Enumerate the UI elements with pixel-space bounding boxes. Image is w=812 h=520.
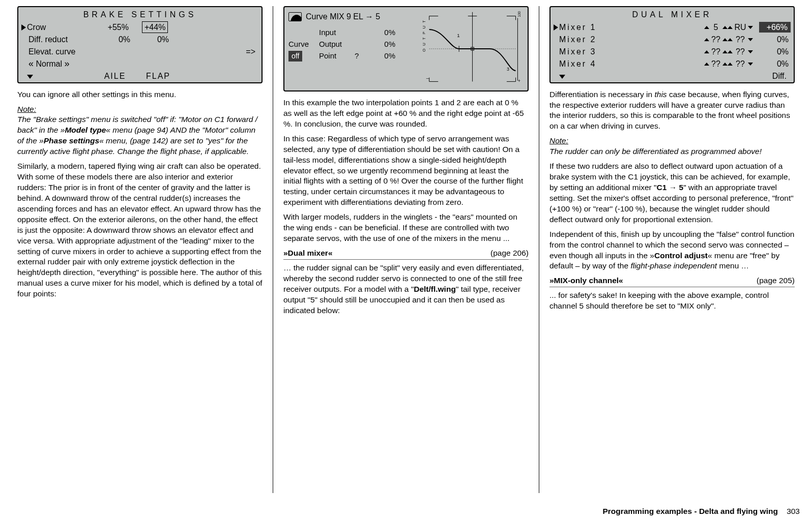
mix-only-link-page: (page 205) xyxy=(757,276,795,286)
triangle-up-icon xyxy=(722,50,728,53)
c1-p2: Similarly, a modern, tapered flying wing… xyxy=(17,161,263,299)
dual-row: Mixer 15RU+66% xyxy=(550,21,794,34)
dual-mid2: ?? xyxy=(733,34,748,45)
curve-left-panel: Curve MIX 9 EL → 5 Input 0% Curve Output… xyxy=(284,7,418,90)
curve-off-badge[interactable]: off xyxy=(288,51,302,62)
page-columns: BRAKE SETTINGS Crow +55% +44% Diff. redu… xyxy=(0,0,812,493)
dual-row: Mixer 4????0% xyxy=(550,58,794,70)
curve-mix-lcd: Curve MIX 9 EL → 5 Input 0% Curve Output… xyxy=(283,6,529,91)
curve-title: Curve MIX 9 EL → 5 xyxy=(306,11,380,22)
caret-icon xyxy=(554,24,558,30)
dual-mid2: ?? xyxy=(733,58,748,70)
triangle-up-icon xyxy=(728,26,733,29)
dual-mixer-lcd: DUAL MIXER Mixer 15RU+66%Mixer 2????0%Mi… xyxy=(549,6,795,83)
dual-mid: 5 xyxy=(709,22,722,33)
dual-val[interactable]: +66% xyxy=(759,22,791,33)
triangle-up-icon xyxy=(722,38,728,41)
dual-mid2: ?? xyxy=(733,46,748,57)
svg-text:1: 1 xyxy=(457,33,459,38)
column-1: BRAKE SETTINGS Crow +55% +44% Diff. redu… xyxy=(10,6,270,493)
triangle-down-icon xyxy=(748,50,753,53)
note-body: The "Brake settings" menu is switched "o… xyxy=(17,115,257,156)
c2-p4: … the rudder signal can be "split" very … xyxy=(283,263,529,316)
caret-icon xyxy=(21,24,26,30)
footer-page: 303 xyxy=(787,507,800,515)
triangle-down-icon[interactable] xyxy=(27,75,33,79)
dual-name: Mixer 2 xyxy=(559,34,625,45)
dual-val: 0% xyxy=(759,58,791,70)
triangle-up-icon xyxy=(704,50,709,53)
dual-name: Mixer 1 xyxy=(559,22,625,33)
svg-text:–: – xyxy=(426,75,429,81)
curve-point-q: ? xyxy=(355,51,370,62)
dual-row: Mixer 2????0% xyxy=(550,34,794,46)
brake-row-elev: Elevat. curve xyxy=(18,46,262,58)
dual-mid: ?? xyxy=(709,46,722,57)
curve-graph-svg: 100 – + O U T P U T xyxy=(418,7,528,90)
dual-rows: Mixer 15RU+66%Mixer 2????0%Mixer 3????0%… xyxy=(550,21,794,70)
curve-curve-lbl: Curve xyxy=(288,39,319,49)
column-separator-2 xyxy=(539,6,539,493)
svg-text:3: 3 xyxy=(507,67,509,72)
svg-text:O U T P U T: O U T P U T xyxy=(422,19,426,52)
triangle-up-icon xyxy=(722,63,728,66)
column-2: Curve MIX 9 EL → 5 Input 0% Curve Output… xyxy=(276,6,536,493)
brake-diff-v1: 0% xyxy=(90,34,130,45)
brake-diff-v2: 0% xyxy=(143,34,169,45)
brake-row-diff: Diff. reduct 0% 0% xyxy=(18,34,262,46)
curve-output-lbl: Output xyxy=(319,39,355,49)
dual-footer-diff: Diff. xyxy=(772,71,791,82)
triangle-down-icon xyxy=(748,26,753,29)
svg-text:100: 100 xyxy=(517,11,521,17)
curve-output-v: 0% xyxy=(370,39,395,49)
curve-header: Curve MIX 9 EL → 5 xyxy=(287,10,415,27)
c2-p2: In this case: Regardless of which type o… xyxy=(283,134,529,208)
note-body: The rudder can only be differentiated as… xyxy=(549,147,762,156)
c3-p4: ... for safety's sake! In keeping with t… xyxy=(549,290,795,312)
c1-p1: You can ignore all other settings in thi… xyxy=(17,89,263,100)
dual-val: 0% xyxy=(759,34,791,45)
c2-p1: In this example the two interpolation po… xyxy=(283,98,529,130)
brake-diff-label: Diff. reduct xyxy=(28,34,90,45)
dual-footer-row: Diff. xyxy=(550,70,794,82)
brake-crow-v2[interactable]: +44% xyxy=(142,21,168,34)
brake-row-phase: Normal xyxy=(18,58,262,70)
dual-mixer-link-label: »Dual mixer« xyxy=(283,248,333,259)
dual-val: 0% xyxy=(759,46,791,57)
triangle-down-icon xyxy=(748,63,753,66)
dual-name: Mixer 3 xyxy=(559,46,625,57)
mix-only-link-label: »MIX-only channel« xyxy=(549,276,623,286)
arrow-go-icon[interactable] xyxy=(246,46,258,57)
svg-text:+: + xyxy=(517,78,520,83)
dual-row: Mixer 3????0% xyxy=(550,46,794,58)
dual-title: DUAL MIXER xyxy=(550,7,794,21)
triangle-up-icon xyxy=(728,63,733,66)
triangle-down-icon[interactable] xyxy=(559,75,565,79)
brake-elev-label: Elevat. curve xyxy=(28,46,246,57)
curve-table: Input 0% Curve Output 0% off Point ? 0% xyxy=(287,27,415,62)
brake-phase-label[interactable]: Normal xyxy=(28,57,70,70)
dual-mid: ?? xyxy=(709,34,722,45)
triangle-up-icon xyxy=(728,50,733,53)
curve-input-v: 0% xyxy=(370,27,395,38)
c1-note: Note: The "Brake settings" menu is switc… xyxy=(17,104,263,158)
dual-name: Mixer 4 xyxy=(559,58,625,70)
page-footer: Programming examples - Delta and flying … xyxy=(602,506,800,517)
note-label: Note: xyxy=(17,105,36,113)
c3-p2: If these two rudders are also to deflect… xyxy=(549,161,795,225)
curve-input-lbl: Input xyxy=(319,27,355,38)
footer-title: Programming examples - Delta and flying … xyxy=(602,507,778,515)
curve-graph: 100 – + O U T P U T xyxy=(418,7,528,90)
brake-foot-flap: FLAP xyxy=(135,71,181,82)
brake-settings-lcd: BRAKE SETTINGS Crow +55% +44% Diff. redu… xyxy=(17,6,263,83)
c3-p1: Differentiation is necessary in this cas… xyxy=(549,89,795,132)
brake-footer-row: AILE FLAP xyxy=(18,70,262,82)
column-separator-1 xyxy=(273,6,273,493)
column-3: DUAL MIXER Mixer 15RU+66%Mixer 2????0%Mi… xyxy=(542,6,802,493)
triangle-down-icon xyxy=(748,38,753,41)
dual-mixer-link: »Dual mixer« (page 206) xyxy=(283,248,529,260)
c2-p3: With larger models, rudders in the wingl… xyxy=(283,212,529,244)
triangle-up-icon xyxy=(704,38,709,41)
brake-crow-v1: +55% xyxy=(88,22,129,33)
curve-point-v: 0% xyxy=(370,51,395,62)
